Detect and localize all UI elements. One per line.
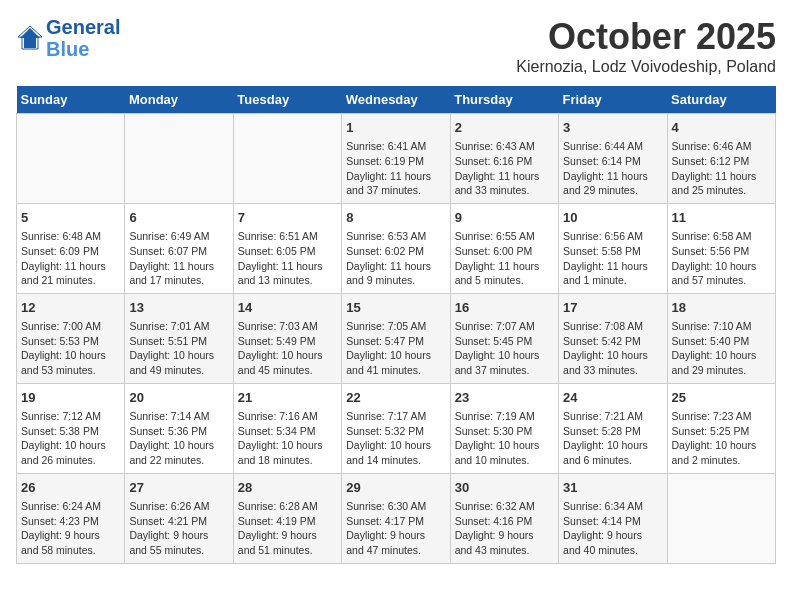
day-info: Sunrise: 6:48 AMSunset: 6:09 PMDaylight:… xyxy=(21,229,120,288)
day-number: 18 xyxy=(672,299,771,317)
calendar-cell: 12Sunrise: 7:00 AMSunset: 5:53 PMDayligh… xyxy=(17,293,125,383)
weekday-header-tuesday: Tuesday xyxy=(233,86,341,114)
calendar-cell: 3Sunrise: 6:44 AMSunset: 6:14 PMDaylight… xyxy=(559,114,667,204)
calendar-cell xyxy=(125,114,233,204)
calendar-cell: 19Sunrise: 7:12 AMSunset: 5:38 PMDayligh… xyxy=(17,383,125,473)
logo: General Blue xyxy=(16,16,120,60)
calendar-cell: 28Sunrise: 6:28 AMSunset: 4:19 PMDayligh… xyxy=(233,473,341,563)
calendar-cell: 14Sunrise: 7:03 AMSunset: 5:49 PMDayligh… xyxy=(233,293,341,383)
day-number: 14 xyxy=(238,299,337,317)
day-info: Sunrise: 7:12 AMSunset: 5:38 PMDaylight:… xyxy=(21,409,120,468)
day-number: 6 xyxy=(129,209,228,227)
calendar-cell xyxy=(667,473,775,563)
day-number: 31 xyxy=(563,479,662,497)
day-number: 23 xyxy=(455,389,554,407)
calendar-cell: 10Sunrise: 6:56 AMSunset: 5:58 PMDayligh… xyxy=(559,203,667,293)
day-info: Sunrise: 6:26 AMSunset: 4:21 PMDaylight:… xyxy=(129,499,228,558)
calendar-row-4: 26Sunrise: 6:24 AMSunset: 4:23 PMDayligh… xyxy=(17,473,776,563)
calendar-cell: 18Sunrise: 7:10 AMSunset: 5:40 PMDayligh… xyxy=(667,293,775,383)
day-info: Sunrise: 6:24 AMSunset: 4:23 PMDaylight:… xyxy=(21,499,120,558)
calendar-cell: 5Sunrise: 6:48 AMSunset: 6:09 PMDaylight… xyxy=(17,203,125,293)
day-info: Sunrise: 6:34 AMSunset: 4:14 PMDaylight:… xyxy=(563,499,662,558)
day-info: Sunrise: 6:44 AMSunset: 6:14 PMDaylight:… xyxy=(563,139,662,198)
day-info: Sunrise: 6:55 AMSunset: 6:00 PMDaylight:… xyxy=(455,229,554,288)
calendar-table: SundayMondayTuesdayWednesdayThursdayFrid… xyxy=(16,86,776,564)
day-number: 13 xyxy=(129,299,228,317)
day-info: Sunrise: 7:08 AMSunset: 5:42 PMDaylight:… xyxy=(563,319,662,378)
day-info: Sunrise: 7:14 AMSunset: 5:36 PMDaylight:… xyxy=(129,409,228,468)
calendar-cell: 4Sunrise: 6:46 AMSunset: 6:12 PMDaylight… xyxy=(667,114,775,204)
logo-icon xyxy=(16,24,44,52)
day-number: 2 xyxy=(455,119,554,137)
calendar-cell: 1Sunrise: 6:41 AMSunset: 6:19 PMDaylight… xyxy=(342,114,450,204)
day-info: Sunrise: 7:16 AMSunset: 5:34 PMDaylight:… xyxy=(238,409,337,468)
calendar-cell: 15Sunrise: 7:05 AMSunset: 5:47 PMDayligh… xyxy=(342,293,450,383)
calendar-cell: 20Sunrise: 7:14 AMSunset: 5:36 PMDayligh… xyxy=(125,383,233,473)
day-info: Sunrise: 6:46 AMSunset: 6:12 PMDaylight:… xyxy=(672,139,771,198)
calendar-row-1: 5Sunrise: 6:48 AMSunset: 6:09 PMDaylight… xyxy=(17,203,776,293)
calendar-cell: 11Sunrise: 6:58 AMSunset: 5:56 PMDayligh… xyxy=(667,203,775,293)
calendar-cell: 9Sunrise: 6:55 AMSunset: 6:00 PMDaylight… xyxy=(450,203,558,293)
day-number: 11 xyxy=(672,209,771,227)
day-number: 17 xyxy=(563,299,662,317)
month-title: October 2025 xyxy=(516,16,776,58)
day-info: Sunrise: 7:00 AMSunset: 5:53 PMDaylight:… xyxy=(21,319,120,378)
day-number: 4 xyxy=(672,119,771,137)
day-number: 26 xyxy=(21,479,120,497)
calendar-cell: 7Sunrise: 6:51 AMSunset: 6:05 PMDaylight… xyxy=(233,203,341,293)
day-info: Sunrise: 7:21 AMSunset: 5:28 PMDaylight:… xyxy=(563,409,662,468)
calendar-cell: 13Sunrise: 7:01 AMSunset: 5:51 PMDayligh… xyxy=(125,293,233,383)
calendar-cell: 29Sunrise: 6:30 AMSunset: 4:17 PMDayligh… xyxy=(342,473,450,563)
calendar-cell xyxy=(17,114,125,204)
day-number: 8 xyxy=(346,209,445,227)
calendar-row-3: 19Sunrise: 7:12 AMSunset: 5:38 PMDayligh… xyxy=(17,383,776,473)
day-info: Sunrise: 7:17 AMSunset: 5:32 PMDaylight:… xyxy=(346,409,445,468)
day-number: 22 xyxy=(346,389,445,407)
day-number: 12 xyxy=(21,299,120,317)
day-info: Sunrise: 7:23 AMSunset: 5:25 PMDaylight:… xyxy=(672,409,771,468)
calendar-cell: 21Sunrise: 7:16 AMSunset: 5:34 PMDayligh… xyxy=(233,383,341,473)
weekday-header-saturday: Saturday xyxy=(667,86,775,114)
day-number: 28 xyxy=(238,479,337,497)
logo-text: General Blue xyxy=(46,16,120,60)
day-number: 16 xyxy=(455,299,554,317)
day-info: Sunrise: 6:49 AMSunset: 6:07 PMDaylight:… xyxy=(129,229,228,288)
day-number: 3 xyxy=(563,119,662,137)
day-info: Sunrise: 6:28 AMSunset: 4:19 PMDaylight:… xyxy=(238,499,337,558)
calendar-cell: 2Sunrise: 6:43 AMSunset: 6:16 PMDaylight… xyxy=(450,114,558,204)
calendar-cell: 16Sunrise: 7:07 AMSunset: 5:45 PMDayligh… xyxy=(450,293,558,383)
day-info: Sunrise: 6:32 AMSunset: 4:16 PMDaylight:… xyxy=(455,499,554,558)
day-number: 10 xyxy=(563,209,662,227)
day-number: 9 xyxy=(455,209,554,227)
calendar-cell: 31Sunrise: 6:34 AMSunset: 4:14 PMDayligh… xyxy=(559,473,667,563)
day-info: Sunrise: 6:58 AMSunset: 5:56 PMDaylight:… xyxy=(672,229,771,288)
day-number: 1 xyxy=(346,119,445,137)
calendar-cell: 26Sunrise: 6:24 AMSunset: 4:23 PMDayligh… xyxy=(17,473,125,563)
weekday-header-monday: Monday xyxy=(125,86,233,114)
day-number: 25 xyxy=(672,389,771,407)
day-info: Sunrise: 6:53 AMSunset: 6:02 PMDaylight:… xyxy=(346,229,445,288)
day-info: Sunrise: 6:41 AMSunset: 6:19 PMDaylight:… xyxy=(346,139,445,198)
calendar-cell: 25Sunrise: 7:23 AMSunset: 5:25 PMDayligh… xyxy=(667,383,775,473)
calendar-cell: 30Sunrise: 6:32 AMSunset: 4:16 PMDayligh… xyxy=(450,473,558,563)
day-number: 27 xyxy=(129,479,228,497)
weekday-header-row: SundayMondayTuesdayWednesdayThursdayFrid… xyxy=(17,86,776,114)
calendar-row-0: 1Sunrise: 6:41 AMSunset: 6:19 PMDaylight… xyxy=(17,114,776,204)
day-info: Sunrise: 7:01 AMSunset: 5:51 PMDaylight:… xyxy=(129,319,228,378)
day-number: 29 xyxy=(346,479,445,497)
calendar-row-2: 12Sunrise: 7:00 AMSunset: 5:53 PMDayligh… xyxy=(17,293,776,383)
day-info: Sunrise: 7:07 AMSunset: 5:45 PMDaylight:… xyxy=(455,319,554,378)
weekday-header-friday: Friday xyxy=(559,86,667,114)
calendar-cell: 24Sunrise: 7:21 AMSunset: 5:28 PMDayligh… xyxy=(559,383,667,473)
day-info: Sunrise: 6:56 AMSunset: 5:58 PMDaylight:… xyxy=(563,229,662,288)
location: Kiernozia, Lodz Voivodeship, Poland xyxy=(516,58,776,76)
day-number: 19 xyxy=(21,389,120,407)
day-info: Sunrise: 6:30 AMSunset: 4:17 PMDaylight:… xyxy=(346,499,445,558)
day-number: 15 xyxy=(346,299,445,317)
day-info: Sunrise: 7:10 AMSunset: 5:40 PMDaylight:… xyxy=(672,319,771,378)
title-block: October 2025 Kiernozia, Lodz Voivodeship… xyxy=(516,16,776,76)
calendar-cell: 17Sunrise: 7:08 AMSunset: 5:42 PMDayligh… xyxy=(559,293,667,383)
weekday-header-thursday: Thursday xyxy=(450,86,558,114)
page-header: General Blue October 2025 Kiernozia, Lod… xyxy=(16,16,776,76)
calendar-cell: 22Sunrise: 7:17 AMSunset: 5:32 PMDayligh… xyxy=(342,383,450,473)
